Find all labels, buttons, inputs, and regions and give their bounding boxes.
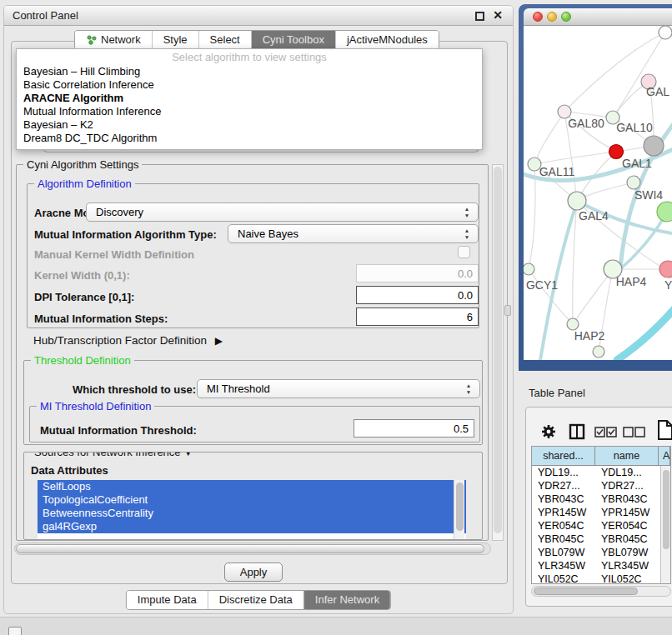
attributes-list-scrollbar[interactable]	[454, 480, 464, 539]
scrollbar-thumb[interactable]	[456, 482, 464, 531]
node-label-hap4: HAP4	[616, 275, 647, 288]
float-window-icon[interactable]	[475, 12, 484, 21]
manual-kernel-checkbox	[458, 246, 470, 258]
collapse-down-icon: ▼	[183, 452, 193, 458]
dropdown-item-bayesian-k2[interactable]: Bayesian – K2	[17, 118, 482, 132]
mi-threshold-label: Mutual Information Threshold:	[40, 424, 197, 437]
aracne-mode-combo[interactable]: Discovery ▲▼	[86, 202, 479, 222]
control-panel-tabbar: Network Style Select Cyni Toolbox jActiv…	[74, 30, 439, 50]
node-label-gcy1: GCY1	[526, 278, 558, 292]
table-panel-title: Table Panel	[529, 387, 585, 399]
gear-icon[interactable]	[539, 422, 558, 441]
dpi-tolerance-label: DPI Tolerance [0,1]:	[34, 291, 134, 303]
node-gcy1[interactable]	[524, 263, 534, 275]
deselect-all-checkboxes-icon[interactable]	[623, 427, 646, 438]
node-gal1[interactable]	[609, 145, 624, 159]
column-header-partial[interactable]: A	[659, 447, 670, 465]
data-attributes-list: SelfLoops TopologicalCoefficient Between…	[38, 480, 466, 539]
list-item-betweennesscentrality[interactable]: BetweennessCentrality	[38, 507, 466, 520]
apply-button[interactable]: Apply	[224, 562, 283, 582]
threshold-definition-title: Threshold Definition	[31, 354, 134, 367]
list-item-topologicalcoefficient[interactable]: TopologicalCoefficient	[38, 493, 466, 507]
combo-stepper-icon: ▲▼	[464, 382, 473, 396]
dropdown-item-bayesian-hill-climbing[interactable]: Bayesian – Hill Climbing	[17, 65, 482, 78]
tab-network[interactable]: Network	[75, 31, 152, 49]
node-hap2[interactable]	[567, 318, 579, 330]
list-item-selfloops[interactable]: SelfLoops	[38, 480, 466, 493]
table-row[interactable]: YBL079WYBL079W	[532, 546, 670, 559]
expand-right-icon: ▶	[215, 335, 223, 347]
table-row[interactable]: YIL052CYIL052C9	[532, 572, 670, 584]
select-all-checkboxes-icon[interactable]	[594, 427, 618, 438]
combo-stepper-icon: ▲▼	[463, 228, 471, 241]
status-strip	[0, 617, 672, 635]
which-threshold-combo[interactable]: MI Threshold ▲▼	[197, 379, 480, 398]
node-unlabeled-gray[interactable]	[644, 136, 664, 156]
mi-threshold-field[interactable]	[354, 419, 474, 438]
manual-kernel-label: Manual Kernel Width Definition	[34, 248, 194, 261]
dropdown-item-dream8[interactable]: Dream8 DC_TDC Algorithm	[17, 132, 482, 145]
tab-impute-data[interactable]: Impute Data	[127, 591, 208, 609]
dpi-tolerance-field[interactable]	[356, 286, 479, 304]
dropdown-item-aracne[interactable]: ARACNE Algorithm	[17, 92, 482, 105]
table-horizontal-scrollbar[interactable]	[531, 586, 671, 597]
kernel-width-label: Kernel Width (0,1):	[34, 269, 130, 282]
split-pane-handle[interactable]	[504, 305, 511, 316]
column-header-name[interactable]: name	[595, 447, 659, 465]
node-gal4[interactable]	[568, 192, 586, 210]
table-vertical-scrollbar[interactable]	[660, 466, 670, 584]
close-icon[interactable]: ✕	[493, 8, 503, 22]
node-swi4[interactable]	[627, 176, 640, 189]
hub-definition-toggle[interactable]: Hub/Transcription Factor Definition ▶	[33, 334, 223, 347]
node-table: shared... name A YDL19...YDL19...13 YDR2…	[531, 446, 671, 584]
tab-select[interactable]: Select	[198, 31, 251, 49]
sources-group: Sources for Network Inference ▼ Data Att…	[23, 452, 483, 540]
node-unlabeled-top[interactable]	[659, 26, 672, 39]
settings-horizontal-scrollbar[interactable]	[14, 542, 491, 555]
tab-style[interactable]: Style	[152, 31, 198, 49]
network-canvas[interactable]: GAL80 GAL10 GAL1 GAL11 SWI4 GAL4 GCY1 HA…	[524, 26, 672, 360]
document-icon[interactable]	[656, 419, 672, 441]
scrollbar-thumb[interactable]	[494, 167, 502, 533]
settings-vertical-scrollbar[interactable]	[492, 164, 504, 541]
scrollbar-thumb[interactable]	[534, 588, 638, 595]
table-row[interactable]: YBR045CYBR045C9.	[532, 532, 670, 546]
network-node-labels: GAL80 GAL10 GAL1 GAL11 SWI4 GAL4 GCY1 HA…	[526, 85, 672, 342]
tab-cyni-toolbox[interactable]: Cyni Toolbox	[251, 31, 335, 49]
tab-network-label: Network	[101, 31, 141, 49]
tab-jactivemnodules[interactable]: jActiveMNodules	[335, 31, 439, 49]
node-y-cut[interactable]	[659, 261, 672, 278]
table-panel: shared... name A YDL19...YDL19...13 YDR2…	[525, 407, 672, 607]
tab-discretize-data[interactable]: Discretize Data	[208, 591, 303, 609]
scrollbar-thumb[interactable]	[663, 470, 669, 549]
mi-steps-field[interactable]	[356, 308, 479, 326]
sources-group-title[interactable]: Sources for Network Inference ▼	[31, 452, 196, 458]
node-label-hap2: HAP2	[574, 329, 605, 342]
dropdown-item-mutual-information[interactable]: Mutual Information Inference	[17, 105, 482, 118]
column-header-shared-name[interactable]: shared...	[532, 447, 595, 465]
close-traffic-light[interactable]	[533, 12, 543, 22]
kernel-width-field	[356, 264, 479, 282]
table-row[interactable]: YBR043CYBR043C	[532, 492, 670, 506]
control-panel-title: Control Panel	[13, 9, 78, 22]
collapsed-panel-icon[interactable]	[8, 627, 22, 635]
dropdown-item-basic-correlation[interactable]: Basic Correlation Inference	[17, 78, 482, 92]
network-window-titlebar[interactable]	[524, 8, 672, 26]
table-row[interactable]: YDR27...YDR27...12	[532, 479, 670, 492]
node-label-gal10: GAL10	[616, 121, 653, 134]
mi-type-combo[interactable]: Naive Bayes ▲▼	[228, 224, 479, 243]
columns-icon[interactable]	[568, 422, 586, 441]
list-item-gal4rgexp[interactable]: gal4RGexp	[38, 520, 466, 533]
scrollbar-thumb[interactable]	[16, 544, 484, 553]
zoom-traffic-light[interactable]	[561, 12, 571, 22]
combo-stepper-icon: ▲▼	[463, 206, 471, 219]
table-row[interactable]: YDL19...YDL19...13	[532, 466, 670, 479]
table-row[interactable]: YER054CYER054C8.	[532, 519, 670, 532]
table-row[interactable]: YPR145WYPR145W9.	[532, 506, 670, 519]
table-row[interactable]: YLR345WYLR345W9.	[532, 559, 670, 572]
node-unlabeled-bottom[interactable]	[593, 346, 604, 358]
tab-infer-network[interactable]: Infer Network	[303, 591, 390, 609]
minimize-traffic-light[interactable]	[547, 12, 557, 22]
mi-threshold-group-title: MI Threshold Definition	[37, 400, 154, 412]
node-unlabeled-bright-green[interactable]	[657, 202, 672, 222]
